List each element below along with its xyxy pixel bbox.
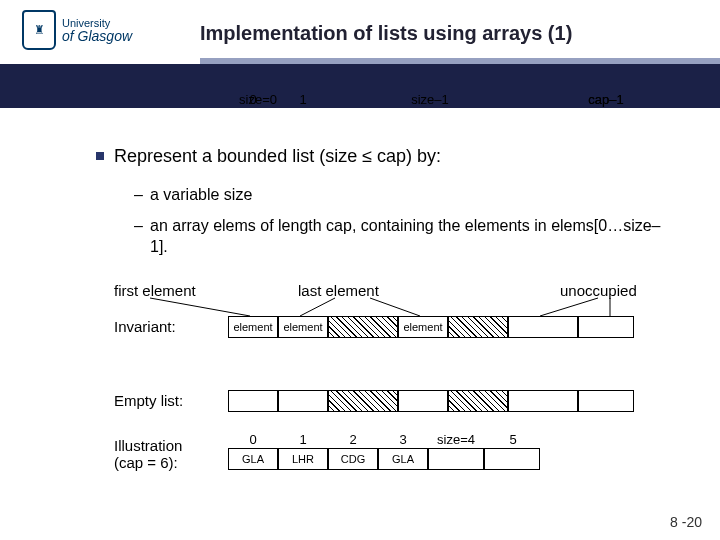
ill-index-2: 2: [328, 432, 378, 447]
row-label-empty: Empty list:: [114, 392, 183, 409]
ill-cell-2: CDG: [328, 448, 378, 470]
svg-line-2: [370, 298, 420, 316]
bullet-sub-1: – a variable size: [150, 186, 670, 204]
ill-index-3: 3: [378, 432, 428, 447]
ill-cell-4: [428, 448, 484, 470]
ill-index-0: 0: [228, 432, 278, 447]
bullet-sub1-text: a variable size: [150, 186, 252, 203]
slide-number: 8 -20: [670, 514, 702, 530]
ill-cell-1: LHR: [278, 448, 328, 470]
row-label-illustration: Illustration (cap = 6):: [114, 438, 182, 471]
label-last-element: last element: [298, 282, 379, 299]
logo-text: University of Glasgow: [62, 18, 132, 43]
emp-index-cap: cap–1: [576, 92, 636, 107]
ill-cell-5: [484, 448, 540, 470]
inv-index-size: size–1: [400, 92, 460, 107]
logo-line2: of Glasgow: [62, 29, 132, 43]
dash-icon: –: [134, 216, 143, 237]
ill-index-1: 1: [278, 432, 328, 447]
university-logo: ♜ University of Glasgow: [22, 8, 172, 52]
emp-cell: [278, 390, 328, 412]
logo-line1: University: [62, 18, 132, 29]
emp-cell: [398, 390, 448, 412]
inv-cell-unocc-2: [578, 316, 634, 338]
inv-cell-size-1: element: [398, 316, 448, 338]
slide-title: Implementation of lists using arrays (1): [200, 22, 572, 45]
emp-cell-gap: [448, 390, 508, 412]
inv-cell-0: element: [228, 316, 278, 338]
label-unoccupied: unoccupied: [560, 282, 637, 299]
dash-icon: –: [134, 186, 143, 204]
bullet-main-text: Represent a bounded list (size ≤ cap) by…: [114, 146, 441, 166]
inv-cell-gap: [448, 316, 508, 338]
bullet-sub-2: – an array elems of length cap, containi…: [150, 216, 670, 258]
emp-cell: [578, 390, 634, 412]
svg-line-0: [150, 298, 250, 316]
slide-body: Represent a bounded list (size ≤ cap) by…: [0, 108, 720, 508]
illustration-l1: Illustration: [114, 437, 182, 454]
row-label-invariant: Invariant:: [114, 318, 176, 335]
emp-cell: [228, 390, 278, 412]
bullet-sub2-text: an array elems of length cap, containing…: [150, 217, 661, 255]
header: ♜ University of Glasgow Implementation o…: [0, 0, 720, 64]
inv-cell-1: element: [278, 316, 328, 338]
inv-cell-ellipsis: [328, 316, 398, 338]
crest-icon: ♜: [22, 10, 56, 50]
ill-cell-3: GLA: [378, 448, 428, 470]
svg-line-3: [540, 298, 598, 316]
ill-index-4: size=4: [428, 432, 484, 447]
ill-cell-0: GLA: [228, 448, 278, 470]
inv-cell-unocc-1: [508, 316, 578, 338]
slide: ♜ University of Glasgow Implementation o…: [0, 0, 720, 540]
svg-line-1: [300, 298, 335, 316]
bullet-main: Represent a bounded list (size ≤ cap) by…: [114, 146, 674, 167]
bullet-square-icon: [96, 152, 104, 160]
emp-index-size: size=0: [228, 92, 288, 107]
ill-index-5: 5: [488, 432, 538, 447]
label-first-element: first element: [114, 282, 196, 299]
illustration-l2: (cap = 6):: [114, 454, 178, 471]
emp-cell: [508, 390, 578, 412]
emp-cell-ellipsis: [328, 390, 398, 412]
